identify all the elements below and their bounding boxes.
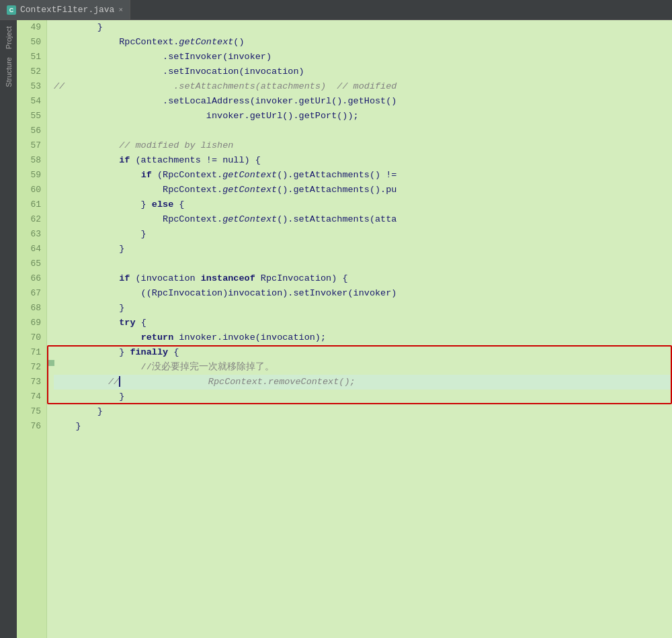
line-num-66: 66	[17, 271, 46, 286]
tab-close-button[interactable]: ×	[118, 6, 123, 14]
line-num-52: 52	[17, 64, 46, 79]
code-line-69: try {	[54, 316, 672, 330]
code-line-50: RpcContext.getContext()	[54, 35, 672, 50]
line-num-62: 62	[17, 212, 46, 227]
code-line-61: } else {	[54, 197, 672, 212]
line-num-55: 55	[17, 109, 46, 124]
tab-bar: C ContextFilter.java ×	[0, 0, 672, 20]
code-line-60: RpcContext.getContext().getAttachments()…	[54, 183, 672, 197]
line-num-76: 76	[17, 419, 46, 434]
code-line-73: // RpcContext.removeContext();	[54, 375, 672, 390]
line-num-71: 71	[17, 345, 46, 360]
code-line-70: return invoker.invoke(invocation);	[54, 330, 672, 345]
line-num-49: 49	[17, 20, 46, 35]
line-num-51: 51	[17, 50, 46, 64]
line-num-72: 72	[17, 360, 46, 375]
tab-file-icon: C	[7, 5, 16, 15]
line-numbers: 49 50 51 52 53 54 55 56 57 58 59 60 61 6…	[17, 20, 47, 638]
code-lines[interactable]: } RpcContext.getContext() .setInvoker(in…	[47, 20, 672, 638]
code-line-63: }	[54, 227, 672, 242]
code-editor[interactable]: 49 50 51 52 53 54 55 56 57 58 59 60 61 6…	[17, 20, 672, 638]
code-line-68: }	[54, 301, 672, 316]
tab-context-filter[interactable]: C ContextFilter.java ×	[0, 0, 130, 19]
line-num-64: 64	[17, 242, 46, 257]
line-num-56: 56	[17, 124, 46, 138]
line-num-69: 69	[17, 316, 46, 330]
code-line-65	[54, 257, 672, 271]
line-num-61: 61	[17, 197, 46, 212]
code-line-64: }	[54, 242, 672, 257]
code-line-66: if (invocation instanceof RpcInvocation)…	[54, 271, 672, 286]
line-num-73: 73	[17, 375, 46, 390]
line-num-54: 54	[17, 94, 46, 109]
side-panel: Project Structure	[0, 20, 17, 638]
code-line-59: if (RpcContext.getContext().getAttachmen…	[54, 168, 672, 183]
code-line-67: ((RpcInvocation)invocation).setInvoker(i…	[54, 286, 672, 301]
code-line-51: .setInvoker(invoker)	[54, 50, 672, 64]
gutter-dot-72	[48, 360, 54, 366]
code-line-53: // .setAttachments(attachments) // modif…	[54, 79, 672, 94]
editor-container: Project Structure 49 50 51 52 53 54 55 5…	[0, 20, 672, 638]
line-num-58: 58	[17, 153, 46, 168]
code-line-58: if (attachments != null) {	[54, 153, 672, 168]
code-line-54: .setLocalAddress(invoker.getUrl().getHos…	[54, 94, 672, 109]
code-line-49: }	[54, 20, 672, 35]
code-line-57: // modified by lishen	[54, 138, 672, 153]
sidebar-item-structure[interactable]: Structure	[3, 54, 14, 90]
line-num-74: 74	[17, 390, 46, 404]
line-num-75: 75	[17, 404, 46, 419]
code-line-52: .setInvocation(invocation)	[54, 64, 672, 79]
line-num-57: 57	[17, 138, 46, 153]
line-num-59: 59	[17, 168, 46, 183]
line-num-60: 60	[17, 183, 46, 197]
line-num-65: 65	[17, 257, 46, 271]
code-line-71: } finally {	[54, 345, 672, 360]
code-line-74: }	[54, 390, 672, 404]
line-num-70: 70	[17, 330, 46, 345]
line-num-53: 53	[17, 79, 46, 94]
line-num-67: 67	[17, 286, 46, 301]
line-num-50: 50	[17, 35, 46, 50]
line-num-68: 68	[17, 301, 46, 316]
code-line-55: invoker.getUrl().getPort());	[54, 109, 672, 124]
code-line-75: }	[54, 404, 672, 419]
line-num-63: 63	[17, 227, 46, 242]
sidebar-item-project[interactable]: Project	[3, 24, 14, 52]
code-line-76: }	[54, 419, 672, 434]
code-line-62: RpcContext.getContext().setAttachments(a…	[54, 212, 672, 227]
tab-filename: ContextFilter.java	[20, 5, 114, 15]
code-line-56	[54, 124, 672, 138]
